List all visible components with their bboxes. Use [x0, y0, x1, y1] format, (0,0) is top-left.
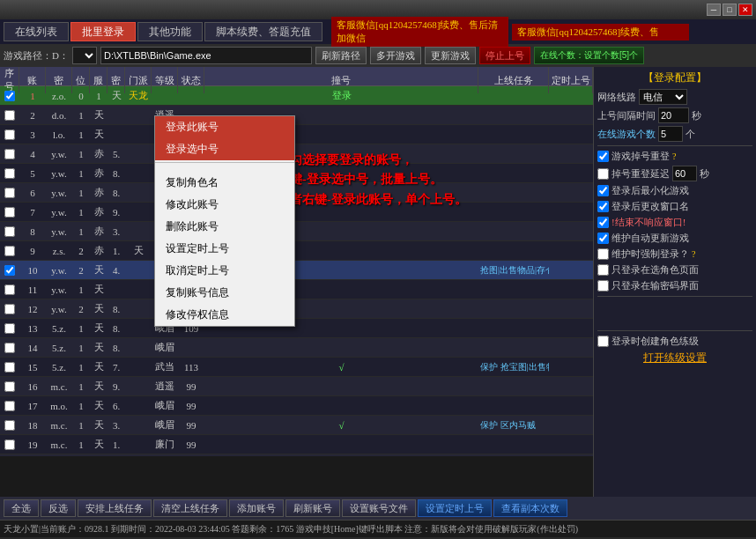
cell-faction: 峨眉 [152, 338, 178, 357]
path-input[interactable] [100, 47, 312, 64]
cell-checkbox[interactable] [0, 435, 19, 454]
rp-delay-unit: 秒 [700, 167, 709, 181]
table-row[interactable]: 17 m.o. 1 天 6. 峨眉 99 [0, 396, 593, 416]
table-row[interactable]: 2 d.o. 1 天 逍遥 [0, 106, 593, 125]
cell-checkbox[interactable] [0, 222, 19, 240]
cell-checkbox[interactable] [0, 454, 19, 456]
cell-checkbox[interactable] [0, 241, 19, 260]
ctx-edit-account[interactable]: 复制角色名 [155, 172, 294, 194]
table-row[interactable]: 13 5.z. 1 天 8. 峨眉 109 [0, 319, 593, 338]
maximize-button[interactable]: □ [723, 4, 737, 16]
cell-checkbox[interactable] [0, 396, 19, 415]
table-row[interactable]: 16 m.c. 1 天 9. 逍遥 99 [0, 377, 593, 396]
table-row[interactable]: 10 y.w. 2 天 4. 抢图|出售物品|存仓补给|... [0, 261, 593, 280]
cell-checkbox[interactable] [0, 261, 19, 279]
table-row[interactable]: 3 l.o. 1 天 峨眉 [0, 125, 593, 144]
minimize-button[interactable]: ─ [707, 4, 721, 16]
table-row[interactable]: 20 m.c. 1 天 1. 天龙 99 [0, 454, 593, 456]
cell-checkbox[interactable] [0, 125, 19, 144]
cell-checkbox[interactable] [0, 106, 19, 124]
help-icon-1[interactable]: ? [672, 151, 676, 161]
cell-faction: 峨眉 [152, 416, 178, 434]
clear-tasks-button[interactable]: 清空上线任务 [153, 499, 227, 517]
cell-id: 6 [19, 183, 46, 202]
tab-online[interactable]: 在线列表 [4, 22, 69, 41]
set-account-file-button[interactable]: 设置账号文件 [342, 499, 416, 517]
ctx-delete-account[interactable]: 修改此账号 [155, 194, 294, 216]
cell-checkbox[interactable] [0, 338, 19, 357]
set-timer-button[interactable]: 设置定时上号 [418, 499, 492, 517]
table-row[interactable]: 18 m.c. 1 天 3. 峨眉 99 √ 保护 区内马贼 [0, 416, 593, 435]
cell-level: 99 [178, 416, 204, 434]
ctx-auto-level[interactable]: 修改停权信息 [155, 304, 294, 326]
invert-select-button[interactable]: 反选 [41, 499, 76, 517]
table-row[interactable]: 19 m.c. 1 天 1. 廉门 99 [0, 435, 593, 454]
online-count-button[interactable]: 在线个数：设置个数[5]个 [534, 47, 644, 64]
rp-checkbox-pwdpage-input[interactable] [597, 280, 609, 292]
table-row[interactable]: 12 y.w. 2 天 8. 丐帮 110 [0, 299, 593, 319]
cell-checkbox[interactable] [0, 358, 19, 376]
cell-checkbox[interactable] [0, 280, 19, 299]
view-dungeon-button[interactable]: 查看副本次数 [493, 499, 567, 517]
refresh-path-button[interactable]: 刷新路径 [315, 47, 367, 64]
cell-checkbox[interactable] [0, 86, 19, 105]
cell-checkbox[interactable] [0, 164, 19, 182]
rp-checkbox-norespond-input[interactable] [597, 217, 609, 228]
rp-checkbox-autoupdate-label: 维护自动更新游戏 [611, 232, 689, 245]
cell-status: 登录 [204, 86, 478, 105]
cell-checkbox[interactable] [0, 203, 19, 221]
tab-batch[interactable]: 批里登录 [70, 22, 136, 41]
rp-open-level-link[interactable]: 打开练级设置 [597, 351, 752, 365]
rp-checkbox-selectchar-input[interactable] [597, 264, 609, 276]
rp-delay-input[interactable] [672, 166, 697, 181]
ctx-copy-name[interactable] [155, 165, 294, 172]
rp-checkbox-delay-input[interactable] [597, 168, 609, 180]
table-row[interactable]: 9 z.s. 2 赤 1. 天 [0, 241, 593, 261]
rp-checkbox-autoupdate-input[interactable] [597, 233, 609, 244]
table-row[interactable]: 11 y.w. 1 天 逍遥 [0, 280, 593, 299]
title-buttons: ─ □ ✕ [707, 4, 752, 16]
rp-checkbox-minimize-input[interactable] [597, 185, 609, 196]
rp-online-count-input[interactable] [658, 126, 683, 142]
ctx-login-selected[interactable]: 登录选中号 [155, 138, 294, 160]
update-game-button[interactable]: 更新游戏 [425, 47, 476, 64]
drive-select[interactable]: ▼ [72, 47, 97, 64]
rp-checkbox-forcelogin-input[interactable] [597, 248, 609, 260]
select-all-button[interactable]: 全选 [4, 499, 39, 517]
multi-open-button[interactable]: 多开游戏 [370, 47, 421, 64]
ctx-cancel-timer[interactable]: 设置定时上号 [155, 238, 294, 260]
table-row[interactable]: 1 z.o. 0 1 天 天龙 登录 [0, 86, 593, 106]
cell-checkbox[interactable] [0, 299, 19, 318]
ctx-copy-info[interactable]: 取消定时上号 [155, 260, 294, 282]
rp-checkbox-redlogin-input[interactable] [597, 151, 609, 162]
cell-checkbox[interactable] [0, 144, 19, 163]
rp-network-select[interactable]: 电信 联通 [639, 89, 687, 105]
cell-pass: 1 [72, 106, 90, 124]
cell-task [478, 396, 549, 415]
refresh-account-button[interactable]: 刷新账号 [285, 499, 340, 517]
ctx-login-this[interactable]: 登录此账号 [155, 116, 294, 138]
rp-checkbox-createchar-input[interactable] [597, 336, 609, 347]
cell-checkbox[interactable] [0, 183, 19, 202]
cell-checkbox[interactable] [0, 416, 19, 434]
cell-id: 3 [19, 125, 46, 144]
cell-checkbox[interactable] [0, 319, 19, 337]
tab-recharge[interactable]: 脚本续费、答题充值 [204, 22, 322, 41]
rp-interval-input[interactable] [658, 107, 689, 123]
table-row[interactable]: 14 5.z. 1 天 8. 峨眉 [0, 338, 593, 358]
help-icon-2[interactable]: ? [692, 249, 695, 259]
table-row[interactable]: 8 y.w. 1 赤 3. 星宿 [0, 222, 593, 241]
ctx-edit-ban[interactable]: 复制账号信息 [155, 282, 294, 304]
cell-checkbox[interactable] [0, 377, 19, 395]
stop-login-button[interactable]: 停止上号 [479, 47, 530, 64]
arrange-tasks-button[interactable]: 安排上线任务 [78, 499, 152, 517]
close-button[interactable]: ✕ [738, 4, 752, 16]
rp-checkbox-delay-label: 掉号重登延迟 [611, 167, 670, 181]
ctx-set-timer[interactable]: 删除此账号 [155, 216, 294, 238]
cell-pos: 天 [90, 435, 107, 454]
tab-other[interactable]: 其他功能 [137, 22, 203, 41]
table-row[interactable]: 15 5.z. 1 天 7. 武当 113 √ 保护 抢宝图|出售物品|存仓补给… [0, 358, 593, 377]
cell-pwd2 [125, 261, 152, 279]
rp-checkbox-rename-input[interactable] [597, 201, 609, 212]
add-account-button[interactable]: 添加账号 [229, 499, 284, 517]
